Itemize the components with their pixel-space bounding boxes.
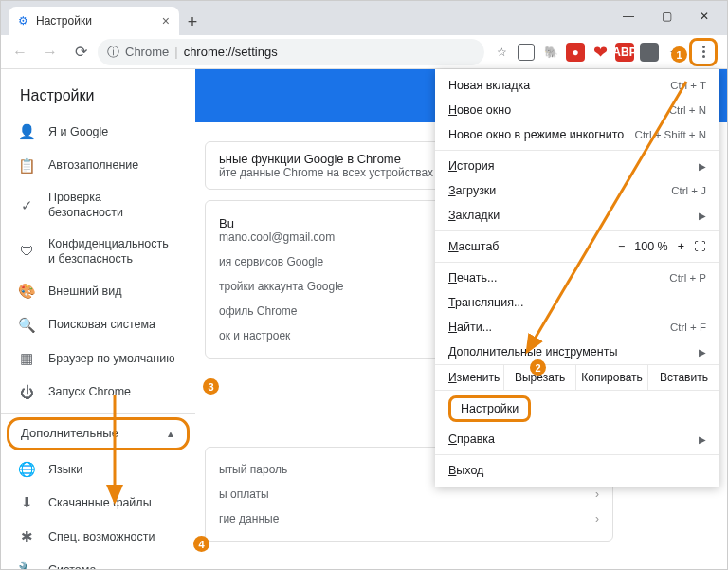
sidebar-item-safety-check[interactable]: ✓Проверка безопасности: [1, 182, 195, 229]
palette-icon: 🎨: [18, 282, 35, 301]
site-info-icon[interactable]: ⓘ: [107, 44, 119, 61]
shield-extension-icon[interactable]: [517, 43, 536, 62]
power-icon: ⏻: [18, 383, 35, 402]
menu-help[interactable]: Справка▶: [435, 427, 719, 451]
settings-sidebar: 👤Я и Google 📋Автозаполнение ✓Проверка бе…: [1, 115, 195, 570]
reload-button[interactable]: ⟳: [67, 39, 94, 65]
menu-new-tab[interactable]: Новая вкладкаCtrl + T: [435, 73, 719, 98]
chevron-up-icon: ▲: [166, 428, 175, 440]
zoom-in-button[interactable]: +: [678, 240, 684, 253]
download-icon: ⬇: [18, 493, 35, 512]
sidebar-advanced-toggle[interactable]: Дополнительные ▲: [7, 417, 190, 450]
zoom-out-button[interactable]: −: [618, 240, 625, 253]
browser-titlebar: ⚙ Настройки × + — ▢ ✕: [1, 1, 727, 35]
sidebar-item-downloads[interactable]: ⬇Скачанные файлы: [1, 486, 195, 520]
addresses-row[interactable]: гие данные›: [219, 506, 599, 531]
url-prefix: Chrome: [125, 45, 169, 59]
chrome-menu-popup: Новая вкладкаCtrl + T Новое окноCtrl + N…: [435, 69, 719, 487]
search-icon: 🔍: [18, 316, 35, 335]
browser-tab[interactable]: ⚙ Настройки ×: [9, 7, 179, 35]
menu-exit[interactable]: Выход: [435, 458, 719, 483]
window-controls: — ▢ ✕: [610, 5, 723, 28]
maximize-button[interactable]: ▢: [647, 5, 685, 28]
sidebar-item-privacy[interactable]: 🛡Конфиденциальность и безопасность: [1, 229, 195, 275]
menu-zoom: Масштаб − 100 % + ⛶: [435, 234, 719, 259]
person-icon: 👤: [18, 122, 35, 141]
back-button[interactable]: ←: [7, 39, 33, 65]
annotation-badge-1: 1: [671, 46, 687, 63]
gray-extension-icon[interactable]: [640, 43, 659, 62]
url-path: chrome://settings: [184, 45, 278, 59]
menu-downloads[interactable]: ЗагрузкиCtrl + J: [435, 178, 719, 203]
menu-history[interactable]: История▶: [435, 154, 719, 178]
sidebar-item-languages[interactable]: 🌐Языки: [1, 452, 195, 487]
menu-more-tools[interactable]: Дополнительные инструменты▶: [435, 340, 719, 364]
accessibility-icon: ✱: [18, 527, 35, 546]
user-name: Bu: [219, 216, 335, 230]
shield-check-icon: ✓: [18, 196, 35, 215]
evernote-extension-icon[interactable]: 🐘: [541, 43, 560, 62]
edit-label: Изменить: [435, 365, 504, 390]
tab-close-icon[interactable]: ×: [162, 13, 170, 28]
tab-title: Настройки: [36, 14, 92, 28]
fullscreen-icon[interactable]: ⛶: [694, 240, 706, 253]
sidebar-item-startup[interactable]: ⏻Запуск Chrome: [1, 376, 195, 410]
sidebar-item-autofill[interactable]: 📋Автозаполнение: [1, 149, 195, 183]
sidebar-item-search[interactable]: 🔍Поисковая система: [1, 308, 195, 342]
menu-settings[interactable]: Настройки: [435, 391, 719, 427]
clipboard-icon: 📋: [18, 156, 35, 175]
sidebar-item-system[interactable]: 🔧Система: [1, 553, 195, 570]
settings-title: Настройки: [20, 87, 94, 104]
forward-button[interactable]: →: [37, 39, 64, 65]
zoom-value: 100 %: [634, 240, 667, 253]
sidebar-item-you-google[interactable]: 👤Я и Google: [1, 115, 195, 149]
bookmark-star-icon[interactable]: ☆: [492, 43, 511, 62]
sidebar-item-default-browser[interactable]: ▦Браузер по умолчанию: [1, 341, 195, 376]
globe-icon: 🌐: [18, 460, 35, 479]
new-tab-button[interactable]: +: [179, 9, 206, 35]
close-window-button[interactable]: ✕: [685, 5, 723, 28]
annotation-badge-4: 4: [193, 536, 209, 552]
menu-incognito[interactable]: Новое окно в режиме инкогнитоCtrl + Shif…: [435, 122, 719, 147]
url-bar: ← → ⟳ ⓘ Chrome | chrome://settings ☆ 🐘 ●…: [1, 35, 727, 69]
menu-find[interactable]: Найти...Ctrl + F: [435, 315, 719, 340]
menu-copy[interactable]: Копировать: [576, 365, 648, 390]
sidebar-item-accessibility[interactable]: ✱Спец. возможности: [1, 520, 195, 554]
menu-print[interactable]: Печать...Ctrl + P: [435, 266, 719, 290]
abp-extension-icon[interactable]: ABP: [615, 43, 634, 62]
menu-new-window[interactable]: Новое окноCtrl + N: [435, 98, 719, 122]
minimize-button[interactable]: —: [610, 5, 647, 28]
heart-extension-icon[interactable]: ❤: [591, 43, 610, 62]
red-extension-icon[interactable]: ●: [566, 43, 585, 62]
menu-cast[interactable]: Трансляция...: [435, 290, 719, 315]
user-email: mano.cool@gmail.com: [219, 230, 335, 244]
address-bar[interactable]: ⓘ Chrome | chrome://settings: [98, 39, 484, 65]
menu-edit-row: Изменить Вырезать Копировать Вставить: [435, 364, 719, 391]
menu-bookmarks[interactable]: Закладки▶: [435, 203, 719, 228]
chrome-menu-button[interactable]: [689, 38, 718, 66]
settings-favicon-icon: ⚙: [18, 14, 28, 28]
shield-icon: 🛡: [18, 242, 35, 261]
menu-paste[interactable]: Вставить: [648, 365, 719, 390]
browser-icon: ▦: [18, 349, 35, 368]
sidebar-item-appearance[interactable]: 🎨Внешний вид: [1, 274, 195, 308]
wrench-icon: 🔧: [18, 561, 35, 570]
annotation-badge-2: 2: [530, 359, 546, 376]
annotation-badge-3: 3: [203, 378, 219, 395]
